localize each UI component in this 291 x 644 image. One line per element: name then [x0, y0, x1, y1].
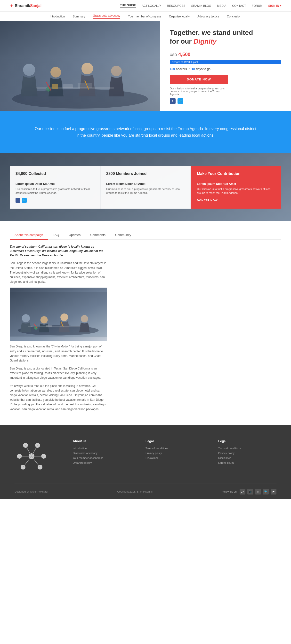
- footer-about-list: Introduction Glassroots advocacy Your me…: [73, 447, 131, 464]
- hero-image: [0, 21, 160, 111]
- svg-point-6: [111, 66, 122, 76]
- sec-nav-conclusion[interactable]: Conclusion: [227, 15, 241, 18]
- campaign-para-3: San Diego is also a city located in Texa…: [10, 366, 107, 380]
- footer-legal2-link-4[interactable]: Lorem ipsum: [218, 461, 276, 464]
- sec-nav-grassroots[interactable]: Grassroots advocacy: [93, 14, 120, 19]
- svg-point-19: [60, 314, 68, 321]
- footer-about-link-1[interactable]: Introduction: [73, 447, 131, 450]
- svg-point-8: [46, 87, 51, 92]
- footer-legal2-link-3[interactable]: Disclaimer: [218, 456, 276, 460]
- nav-sramik-blog[interactable]: SRAMIK BLOG: [191, 4, 211, 8]
- stat-text-1: Our mission is to fuel a progressive gra…: [16, 187, 94, 195]
- card-underline-2: [106, 179, 114, 179]
- sec-nav-member[interactable]: Your member of congress: [128, 15, 161, 18]
- network-icon: [15, 439, 49, 473]
- footer-legal2-list: Terms & conditions Privacy policy Discla…: [218, 447, 276, 464]
- svg-rect-9: [63, 84, 73, 88]
- sec-nav-summary[interactable]: Summary: [73, 15, 85, 18]
- footer-youtube-icon[interactable]: ▶: [271, 489, 276, 494]
- tab-comments[interactable]: Comments: [85, 231, 110, 239]
- svg-point-18: [41, 316, 48, 324]
- footer-linkedin-icon[interactable]: in: [255, 489, 261, 494]
- stat-card-title-3: Make Your Contribution: [197, 172, 275, 176]
- nav-the-guide[interactable]: THE GUIDE: [120, 4, 136, 8]
- footer-legal1-title: Legal: [146, 439, 204, 443]
- campaign-para-2: San Diego is also known as the 'City in …: [10, 344, 107, 363]
- svg-point-2: [12, 89, 148, 108]
- tab-about[interactable]: About this campaign: [10, 231, 48, 240]
- card-underline-3: [197, 179, 204, 179]
- svg-line-35: [26, 445, 32, 456]
- footer-legal1-link-1[interactable]: Terms & conditions: [146, 447, 204, 450]
- footer-legal2-title: Legal: [218, 439, 276, 443]
- stats-cards: $4,000 Collected Lorem Ipsum Dolor Sit A…: [0, 166, 291, 208]
- svg-line-38: [32, 456, 40, 467]
- footer-about-link-2[interactable]: Glassroots advocacy: [73, 452, 131, 454]
- footer-twitter-icon[interactable]: 🐦: [263, 489, 269, 494]
- card-social-1: f 🐦: [16, 198, 94, 203]
- campaign-intro: The city of southern California, san die…: [10, 244, 107, 258]
- sec-nav-advocacy[interactable]: Advocacy tactics: [197, 15, 219, 18]
- nav-media[interactable]: MEDIA: [217, 4, 226, 8]
- nav-forum[interactable]: FORUM: [252, 4, 262, 8]
- svg-rect-10: [78, 83, 92, 88]
- footer-legal2-link-1[interactable]: Terms & conditions: [218, 447, 276, 450]
- donate-now-button[interactable]: DONATE NOW: [170, 74, 228, 84]
- footer-social: Follow us on G+ 📷 in 🐦 ▶: [222, 489, 276, 494]
- campaign-content: The city of southern California, san die…: [0, 244, 116, 424]
- hero-illustration: [0, 21, 160, 111]
- footer-logo: [15, 439, 58, 474]
- card-twitter-icon[interactable]: 🐦: [22, 198, 27, 203]
- footer-legal2-link-2[interactable]: Privacy policy: [218, 452, 276, 454]
- svg-point-3: [23, 64, 35, 76]
- footer-about-link-3[interactable]: Your member of congress: [73, 456, 131, 460]
- card-underline-1: [16, 179, 23, 179]
- svg-point-20: [81, 315, 88, 322]
- tab-community[interactable]: Community: [110, 231, 136, 239]
- footer-follow-label: Follow us on: [222, 490, 237, 493]
- footer-legal1-link-3[interactable]: Disclaimer: [146, 456, 204, 460]
- logo[interactable]: ✦ ShramikSanjal: [10, 3, 42, 8]
- amount-display: USD 4,500: [170, 52, 190, 57]
- tab-updates[interactable]: Updates: [64, 231, 85, 239]
- stat-card-contribution: Make Your Contribution Lorem Ipsum Dolor…: [191, 166, 281, 208]
- stat-text-3: Our mission is to fuel a progressive gra…: [197, 187, 275, 195]
- campaign-tabs: About this campaign FAQ Updates Comments…: [10, 231, 281, 240]
- svg-line-36: [32, 445, 38, 456]
- stat-subtitle-1: Lorem Ipsum Dolor Sit Amet: [16, 182, 94, 186]
- logo-icon: ✦: [10, 3, 13, 8]
- sec-nav-organize[interactable]: Organize locally: [169, 15, 190, 18]
- nav-resources[interactable]: RESOURCES: [167, 4, 185, 8]
- footer-copyright: Copyright 2018. SramikSanjal: [117, 490, 153, 493]
- campaign-para-1: San Diego is the second largest city in …: [10, 261, 107, 284]
- footer-legal1-link-2[interactable]: Privacy policy: [146, 452, 204, 454]
- footer: About us Introduction Glassroots advocac…: [0, 425, 291, 499]
- sec-nav-introduction[interactable]: Introduction: [50, 15, 65, 18]
- svg-point-5: [82, 63, 93, 74]
- stat-subtitle-3: Lorem Ipsum Dolor Sit Amet: [197, 182, 275, 186]
- footer-google-plus-icon[interactable]: G+: [240, 489, 245, 494]
- svg-rect-1: [0, 21, 160, 111]
- sign-in-button[interactable]: SIGN IN ▾: [268, 4, 281, 8]
- stat-card-collected: $4,000 Collected Lorem Ipsum Dolor Sit A…: [10, 166, 100, 208]
- tab-faq[interactable]: FAQ: [48, 231, 64, 239]
- hero-image-placeholder: [0, 21, 160, 111]
- nav-act-locally[interactable]: ACT LOCALLY: [142, 4, 161, 8]
- twitter-icon[interactable]: 🐦: [177, 98, 183, 104]
- backers-info: 130 backers • 18 days to go: [170, 67, 281, 71]
- chevron-down-icon: ▾: [280, 4, 281, 7]
- stat-card-title-1: $4,000 Collected: [16, 172, 94, 176]
- hero-section: Together, we stand united for our Dignit…: [0, 21, 291, 111]
- card-facebook-icon[interactable]: f: [16, 198, 20, 203]
- footer-instagram-icon[interactable]: 📷: [247, 489, 253, 494]
- top-navigation: ✦ ShramikSanjal THE GUIDE ACT LOCALLY RE…: [0, 0, 291, 12]
- tabs-section: About this campaign FAQ Updates Comments…: [0, 221, 291, 240]
- footer-about-link-4[interactable]: Organize locally: [73, 461, 131, 464]
- nav-contact[interactable]: CONTACT: [232, 4, 246, 8]
- card-donate-button[interactable]: DONATE NOW: [197, 199, 275, 202]
- footer-legal-1: Legal Terms & conditions Privacy policy …: [146, 439, 204, 474]
- stats-section: $4,000 Collected Lorem Ipsum Dolor Sit A…: [0, 153, 291, 221]
- footer-bottom: Designed by Sishir Pokharel Copyright 20…: [15, 484, 276, 499]
- facebook-icon[interactable]: f: [170, 98, 176, 104]
- nav-links: THE GUIDE ACT LOCALLY RESOURCES SRAMIK B…: [120, 4, 281, 8]
